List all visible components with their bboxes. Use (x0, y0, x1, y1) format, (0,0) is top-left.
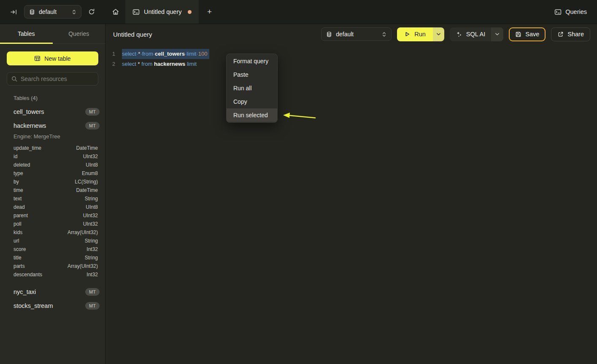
engine-label: Engine: MergeTree (0, 132, 105, 144)
column-name: text (14, 194, 22, 203)
sql-ai-button[interactable]: SQL AI (450, 27, 491, 41)
column-type: String (85, 194, 98, 203)
sidebar-tab-tables[interactable]: Tables (0, 24, 53, 43)
column-row[interactable]: title String (0, 253, 105, 262)
sidebar: Tables Queries New table Tables (4) cell… (0, 24, 105, 364)
tab-strip: Untitled query + (105, 0, 220, 24)
column-type: Int32 (86, 270, 98, 279)
table-name: nyc_taxi (14, 289, 36, 295)
menu-item[interactable]: Run selected (227, 108, 277, 122)
column-type: Array(UInt32) (68, 228, 98, 237)
column-row[interactable]: deleted UInt8 (0, 161, 105, 169)
code-token: from (141, 61, 154, 67)
code-token: hackernews (154, 61, 187, 67)
run-options-button[interactable] (433, 27, 444, 41)
menu-item[interactable]: Copy (227, 95, 277, 108)
code-token: limit· (186, 51, 198, 57)
table-name: stocks_stream (14, 302, 53, 309)
column-type: UInt32 (83, 152, 98, 161)
column-row[interactable]: by LC(String) (0, 178, 105, 186)
code-line-2[interactable]: 2 select * from hackernews limit (105, 59, 597, 69)
toolbar-database-value: default (336, 31, 378, 38)
column-row[interactable]: parent UInt32 (0, 211, 105, 220)
code-token: 100 (198, 51, 208, 57)
engine-badge: MT (85, 108, 100, 116)
sidebar-tab-queries[interactable]: Queries (53, 24, 105, 43)
floppy-disk-icon (515, 31, 521, 38)
column-name: title (14, 253, 22, 262)
line-number: 2 (105, 59, 115, 69)
database-icon (326, 31, 332, 38)
sidebar-tabs: Tables Queries (0, 24, 105, 44)
chevron-down-icon (495, 32, 500, 36)
column-row[interactable]: url String (0, 237, 105, 245)
column-row[interactable]: poll UInt32 (0, 220, 105, 228)
column-name: type (14, 169, 23, 178)
column-row[interactable]: update_time DateTime (0, 144, 105, 152)
column-name: by (14, 178, 19, 186)
column-row[interactable]: text String (0, 194, 105, 203)
table-row-hackernews[interactable]: hackernews MT (0, 119, 105, 132)
sql-ai-options-button[interactable] (491, 27, 503, 41)
save-button[interactable]: Save (509, 27, 546, 41)
new-tab-button[interactable]: + (199, 0, 220, 24)
topbar-right: Queries (554, 0, 597, 24)
menu-item[interactable]: Run all (227, 81, 277, 95)
sql-editor[interactable]: 1 select·*·from·cell_towers·limit·100 2 … (105, 44, 597, 364)
new-table-button[interactable]: New table (7, 51, 98, 65)
sql-ai-button-label: SQL AI (466, 31, 485, 38)
code-token: * (138, 61, 142, 67)
column-type: Enum8 (82, 169, 98, 178)
column-type: Array(UInt32) (68, 262, 98, 270)
tab-untitled-query[interactable]: Untitled query (125, 0, 199, 24)
engine-badge: MT (85, 288, 100, 296)
query-toolbar: Untitled query default (105, 24, 597, 44)
code-text: select * from hackernews limit (122, 59, 197, 69)
queries-button[interactable]: Queries (554, 8, 587, 15)
run-button[interactable]: Run (397, 27, 433, 41)
plus-icon: + (207, 7, 212, 16)
refresh-button[interactable] (86, 7, 97, 17)
database-selector[interactable]: default (24, 5, 81, 19)
home-button[interactable] (105, 0, 125, 24)
table-row-cell-towers[interactable]: cell_towers MT (0, 105, 105, 119)
table-row-nyc-taxi[interactable]: nyc_taxi MT (0, 285, 105, 299)
sidebar-tab-tables-label: Tables (18, 30, 35, 37)
column-name: update_time (14, 144, 41, 152)
share-button-label: Share (567, 31, 584, 38)
column-row[interactable]: time DateTime (0, 186, 105, 194)
column-type: UInt32 (83, 220, 98, 228)
share-button[interactable]: Share (551, 27, 590, 41)
column-row[interactable]: descendants Int32 (0, 270, 105, 279)
column-row[interactable]: kids Array(UInt32) (0, 228, 105, 237)
save-button-label: Save (525, 31, 539, 38)
code-token: select· (122, 51, 138, 57)
refresh-icon (88, 8, 95, 15)
search-input[interactable] (21, 75, 94, 82)
panel-expand-icon (10, 9, 17, 15)
column-row[interactable]: parts Array(UInt32) (0, 262, 105, 270)
column-name: kids (14, 228, 22, 237)
column-name: id (14, 152, 17, 161)
column-row[interactable]: id UInt32 (0, 152, 105, 161)
column-type: LC(String) (75, 178, 98, 186)
tables-section-label: Tables (4) (14, 95, 98, 101)
toolbar-database-selector[interactable]: default (321, 27, 392, 41)
column-type: Int32 (86, 245, 98, 253)
sparkles-icon (456, 31, 462, 38)
column-row[interactable]: type Enum8 (0, 169, 105, 178)
column-row[interactable]: dead UInt8 (0, 203, 105, 211)
code-line-1[interactable]: 1 select·*·from·cell_towers·limit·100 (105, 49, 597, 59)
column-name: poll (14, 220, 22, 228)
table-name: cell_towers (14, 108, 44, 115)
column-type: DateTime (76, 144, 98, 152)
table-row-stocks-stream[interactable]: stocks_stream MT (0, 299, 105, 313)
sidebar-tab-queries-label: Queries (68, 30, 89, 37)
column-list: update_time DateTime id UInt32 deleted U… (0, 144, 105, 285)
column-name: time (14, 186, 23, 194)
menu-item[interactable]: Format query (227, 54, 277, 68)
column-row[interactable]: score Int32 (0, 245, 105, 253)
column-type: DateTime (76, 186, 98, 194)
menu-item[interactable]: Paste (227, 68, 277, 81)
sidebar-collapse-button[interactable] (8, 7, 19, 17)
